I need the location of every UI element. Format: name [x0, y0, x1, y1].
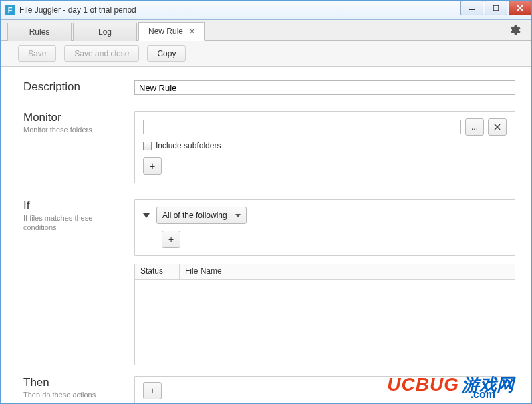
row-if: If If files matches these conditions All…	[23, 199, 515, 365]
add-action-button[interactable]: +	[143, 382, 162, 399]
description-value-col	[134, 80, 515, 95]
settings-button[interactable]	[509, 24, 521, 38]
conditions-header: All of the following	[143, 207, 507, 224]
add-folder-button[interactable]: +	[143, 157, 162, 175]
then-panel: +	[134, 376, 515, 404]
tab-close-icon[interactable]: ×	[190, 27, 194, 35]
app-icon: F	[5, 5, 15, 15]
row-then: Then Then do these actions +	[23, 376, 515, 404]
match-mode-label: All of the following	[162, 211, 227, 220]
match-mode-dropdown[interactable]: All of the following	[156, 207, 247, 224]
if-panel: All of the following +	[134, 199, 515, 256]
tab-bar: Rules Log New Rule ×	[1, 20, 531, 41]
include-subfolders-checkbox[interactable]	[143, 142, 152, 150]
monitor-value-col: ... Include subfolders +	[134, 111, 515, 183]
col-filename[interactable]: File Name	[180, 264, 515, 279]
if-title: If	[23, 199, 134, 213]
if-label-col: If If files matches these conditions	[23, 199, 134, 365]
save-close-button[interactable]: Save and close	[64, 45, 139, 62]
description-input[interactable]	[134, 80, 515, 95]
table-header: Status File Name	[135, 264, 515, 280]
folder-input[interactable]	[143, 120, 461, 134]
form-content: Description Monitor Monitor these folder…	[1, 67, 531, 404]
then-title: Then	[23, 376, 134, 389]
gear-icon	[509, 24, 521, 36]
include-subfolders-row: Include subfolders	[143, 141, 507, 150]
collapse-toggle-icon[interactable]	[143, 213, 150, 218]
monitor-label-col: Monitor Monitor these folders	[23, 111, 134, 183]
description-label-col: Description	[23, 80, 134, 95]
if-subtitle: If files matches these conditions	[23, 214, 124, 233]
browse-button[interactable]: ...	[465, 118, 484, 136]
minimize-button[interactable]	[460, 1, 483, 15]
conditions-preview-table: Status File Name	[134, 264, 515, 365]
description-title: Description	[23, 80, 134, 94]
window-titlebar: F File Juggler - day 1 of trial period	[1, 1, 531, 20]
include-subfolders-label: Include subfolders	[156, 141, 221, 150]
add-condition-button[interactable]: +	[162, 231, 180, 248]
save-label: Save	[28, 49, 46, 58]
close-button[interactable]	[509, 1, 531, 15]
plus-icon: +	[150, 161, 155, 171]
action-toolbar: Save Save and close Copy	[1, 41, 531, 67]
tab-log[interactable]: Log	[73, 23, 137, 41]
chevron-down-icon	[235, 214, 241, 217]
save-close-label: Save and close	[74, 49, 129, 58]
tab-log-label: Log	[98, 27, 112, 37]
svg-rect-1	[493, 5, 499, 11]
tab-rules-label: Rules	[29, 27, 50, 37]
row-description: Description	[23, 80, 515, 95]
monitor-title: Monitor	[23, 111, 134, 124]
then-label-col: Then Then do these actions	[23, 376, 134, 404]
maximize-button[interactable]	[485, 1, 507, 15]
remove-folder-button[interactable]	[488, 118, 507, 136]
folder-row: ...	[143, 118, 507, 136]
tab-new-rule[interactable]: New Rule ×	[138, 22, 205, 41]
browse-label: ...	[471, 122, 478, 132]
plus-icon: +	[150, 385, 155, 396]
close-icon	[494, 124, 501, 130]
then-subtitle: Then do these actions	[23, 391, 124, 400]
window-title: File Juggler - day 1 of trial period	[19, 5, 459, 15]
if-value-col: All of the following + Status File Name	[134, 199, 515, 365]
tab-new-rule-label: New Rule	[148, 27, 183, 36]
then-value-col: +	[134, 376, 515, 404]
monitor-panel: ... Include subfolders +	[134, 111, 515, 183]
row-monitor: Monitor Monitor these folders ... Includ…	[23, 111, 515, 183]
copy-button[interactable]: Copy	[147, 45, 186, 62]
copy-label: Copy	[157, 49, 176, 58]
monitor-subtitle: Monitor these folders	[23, 126, 124, 135]
plus-icon: +	[168, 234, 174, 245]
window-controls	[459, 1, 531, 19]
col-status[interactable]: Status	[135, 264, 180, 279]
tab-rules[interactable]: Rules	[7, 23, 72, 41]
save-button[interactable]: Save	[18, 45, 56, 62]
